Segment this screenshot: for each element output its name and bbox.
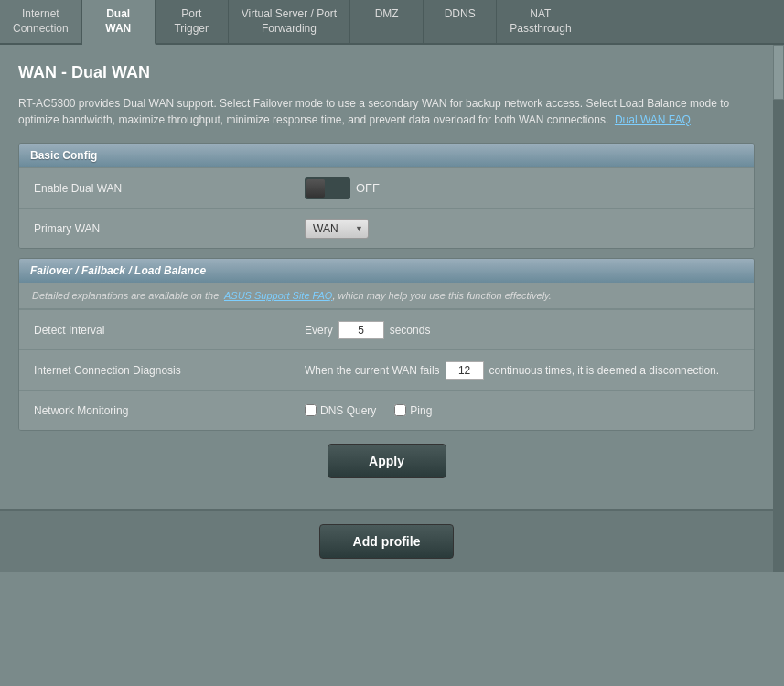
icd-suffix: continuous times, it is deemed a disconn… [489, 364, 719, 377]
enable-dual-wan-control: OFF [294, 170, 754, 207]
apply-button[interactable]: Apply [328, 444, 446, 478]
detect-interval-label: Detect Interval [19, 315, 294, 346]
add-profile-button[interactable]: Add profile [319, 524, 455, 559]
detect-interval-input[interactable] [338, 321, 384, 339]
failover-panel: Failover / Failback / Load Balance Detai… [18, 258, 755, 431]
detect-interval-control: Every seconds [294, 314, 754, 347]
main-content: WAN - Dual WAN RT-AC5300 provides Dual W… [0, 45, 773, 500]
primary-wan-label: Primary WAN [19, 213, 294, 244]
tab-ddns[interactable]: DDNS [424, 0, 497, 43]
asus-support-faq-link[interactable]: ASUS Support Site FAQ [224, 290, 332, 301]
network-monitoring-label: Network Monitoring [19, 395, 294, 426]
detect-interval-prefix: Every [305, 324, 333, 337]
dual-wan-faq-link[interactable]: Dual WAN FAQ [615, 113, 691, 126]
network-monitoring-row: Network Monitoring DNS Query Ping [19, 390, 754, 430]
icd-label: Internet Connection Diagnosis [19, 355, 294, 386]
basic-config-header: Basic Config [19, 144, 754, 167]
page-title: WAN - Dual WAN [18, 63, 755, 82]
detect-interval-suffix: seconds [390, 324, 431, 337]
detect-interval-row: Detect Interval Every seconds [19, 309, 754, 349]
primary-wan-row: Primary WAN WAN USB WAN2 [19, 208, 754, 248]
tab-internet-connection[interactable]: Internet Connection [0, 0, 82, 43]
primary-wan-select-wrap: WAN USB WAN2 [305, 219, 369, 239]
icd-row: Internet Connection Diagnosis When the c… [19, 349, 754, 390]
ping-checkbox-wrap[interactable]: Ping [394, 404, 432, 417]
primary-wan-control: WAN USB WAN2 [294, 211, 754, 246]
scrollbar-thumb[interactable] [773, 45, 784, 100]
ping-checkbox[interactable] [394, 404, 406, 416]
ping-label: Ping [410, 404, 432, 417]
dns-query-checkbox-wrap[interactable]: DNS Query [305, 404, 376, 417]
tab-dual-wan[interactable]: Dual WAN [82, 0, 156, 45]
icd-prefix: When the current WAN fails [305, 364, 440, 377]
icd-input[interactable] [446, 361, 484, 380]
dns-query-checkbox[interactable] [305, 404, 317, 416]
basic-config-panel: Basic Config Enable Dual WAN OFF [18, 143, 755, 249]
network-monitoring-control: DNS Query Ping [294, 397, 754, 424]
enable-dual-wan-row: Enable Dual WAN OFF [19, 167, 754, 208]
failover-header: Failover / Failback / Load Balance [19, 259, 754, 283]
toggle-state-label: OFF [356, 181, 380, 195]
icd-control: When the current WAN fails continuous ti… [294, 354, 754, 387]
toggle-track [305, 177, 350, 199]
dns-query-label: DNS Query [320, 404, 376, 417]
content-wrap: WAN - Dual WAN RT-AC5300 provides Dual W… [0, 45, 784, 572]
page-description: RT-AC5300 provides Dual WAN support. Sel… [18, 95, 755, 128]
tab-dmz[interactable]: DMZ [350, 0, 424, 43]
bottom-bar: Add profile [0, 509, 773, 572]
failover-note: Detailed explanations are available on t… [19, 283, 754, 309]
enable-dual-wan-label: Enable Dual WAN [19, 173, 294, 204]
tab-virtual-server[interactable]: Virtual Server / Port Forwarding [229, 0, 350, 43]
tab-nat-passthrough[interactable]: NAT Passthrough [497, 0, 585, 43]
toggle-knob [306, 179, 325, 198]
dual-wan-toggle[interactable]: OFF [305, 177, 380, 199]
scrollbar-track[interactable] [773, 45, 784, 572]
primary-wan-select[interactable]: WAN USB WAN2 [305, 219, 369, 239]
tab-port-trigger[interactable]: Port Trigger [156, 0, 229, 43]
tab-bar: Internet Connection Dual WAN Port Trigge… [0, 0, 784, 45]
